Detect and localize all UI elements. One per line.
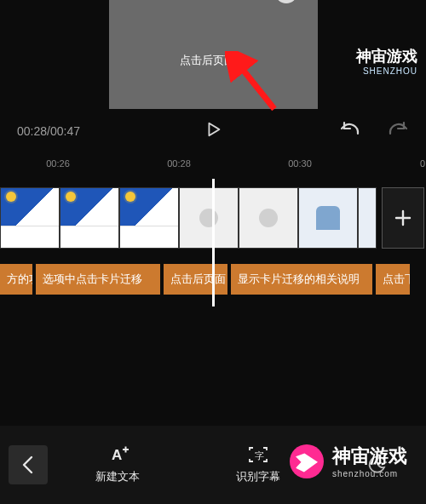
clip-thumbnail[interactable] — [298, 187, 358, 249]
watermark-title: 神宙游戏 — [356, 46, 417, 66]
watermark-sub: SHENZHOU — [356, 66, 417, 76]
back-button[interactable] — [9, 445, 48, 484]
svg-text:字: 字 — [254, 450, 263, 461]
watermark-title: 神宙游戏 — [332, 445, 407, 467]
clip-thumbnail[interactable] — [358, 187, 377, 249]
scan-text-icon: 字 — [247, 445, 269, 464]
ruler-tick: 0 — [420, 158, 425, 169]
add-clip-button[interactable] — [382, 187, 424, 249]
undo-button[interactable] — [339, 120, 361, 142]
caption-clip[interactable]: 显示卡片迁移的相关说明 — [231, 264, 372, 295]
svg-text:A: A — [112, 447, 122, 463]
watermark-logo-icon — [290, 444, 324, 478]
ruler-tick: 00:28 — [167, 158, 191, 169]
new-text-button[interactable]: A 新建文本 — [48, 445, 187, 484]
preview-caption: 点击后页面会 — [180, 53, 246, 68]
caption-clip[interactable]: 选项中点击卡片迁移 — [36, 264, 160, 295]
clip-thumbnail[interactable] — [119, 187, 179, 249]
watermark-url: shenzhou.com — [332, 469, 407, 478]
watermark-bottom: 神宙游戏 shenzhou.com — [290, 444, 407, 478]
clip-thumbnail[interactable] — [239, 187, 298, 249]
chevron-left-icon — [20, 455, 36, 475]
clip-thumbnail[interactable] — [0, 187, 60, 249]
clip-thumbnail[interactable] — [179, 187, 239, 249]
caption-clip[interactable]: 点击后页面 — [164, 264, 227, 295]
new-text-label: 新建文本 — [95, 469, 140, 484]
timeline-ruler[interactable]: 00:26 00:28 00:30 0 — [0, 155, 426, 174]
ruler-tick: 00:30 — [288, 158, 312, 169]
watermark-top: 神宙游戏 SHENZHOU — [348, 41, 426, 81]
recognize-caption-label: 识别字幕 — [236, 469, 280, 484]
text-plus-icon: A — [106, 445, 130, 464]
preview-frame[interactable]: 点击后页面会 — [109, 0, 318, 109]
clip-thumbnail[interactable] — [60, 187, 119, 249]
ruler-tick: 00:26 — [46, 158, 70, 169]
play-button[interactable] — [204, 120, 222, 142]
redo-button[interactable] — [387, 120, 409, 142]
caption-clip[interactable]: 方的功 — [0, 264, 32, 295]
preview-marker-dot — [275, 0, 297, 3]
caption-clip[interactable]: 点击下 — [376, 264, 410, 295]
playback-controls: 00:28/00:47 — [0, 112, 426, 150]
playback-time: 00:28/00:47 — [17, 124, 80, 138]
playhead[interactable] — [212, 179, 215, 306]
